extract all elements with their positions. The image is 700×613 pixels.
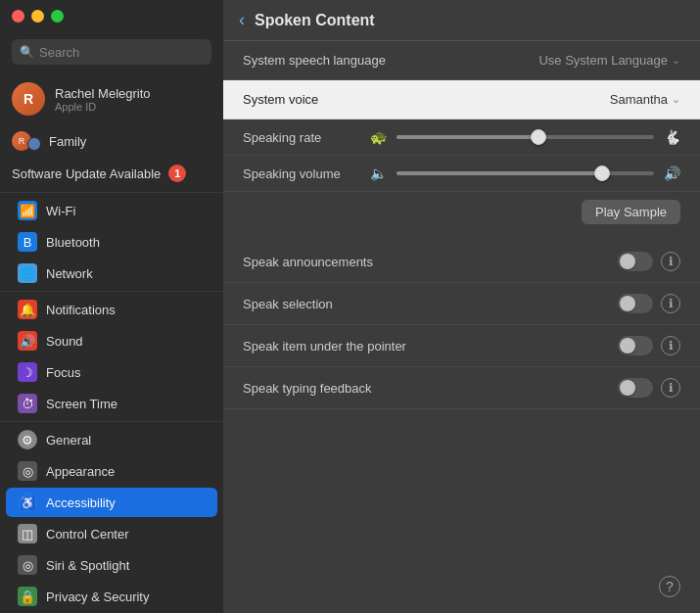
sidebar-item-focus[interactable]: ☽ Focus xyxy=(6,357,217,387)
toggle-knob xyxy=(620,338,635,354)
family-label: Family xyxy=(49,134,86,149)
update-badge: 1 xyxy=(168,165,186,182)
system-voice-label: System voice xyxy=(243,92,610,107)
sidebar-item-privacy-security[interactable]: 🔒 Privacy & Security xyxy=(6,582,217,611)
sidebar-item-general[interactable]: ⚙ General xyxy=(6,425,217,454)
close-button[interactable] xyxy=(12,10,24,23)
sidebar-item-appearance[interactable]: ◎ Appearance xyxy=(6,456,217,486)
accessibility-icon: ♿ xyxy=(18,493,37,512)
sidebar-item-network[interactable]: 🌐 Network xyxy=(6,259,217,288)
system-speech-language-row: System speech language Use System Langua… xyxy=(223,41,700,80)
speak-selection-info-button[interactable]: ℹ xyxy=(661,294,680,313)
sidebar-item-bluetooth[interactable]: B Bluetooth xyxy=(6,227,217,257)
speak-announcements-info-button[interactable]: ℹ xyxy=(661,252,680,271)
bluetooth-icon: B xyxy=(18,232,37,252)
page-title: Spoken Content xyxy=(255,12,375,29)
sidebar-item-label: Focus xyxy=(46,365,80,380)
wifi-icon: 📶 xyxy=(18,201,37,220)
play-sample-section: Play Sample xyxy=(223,192,700,236)
sidebar-item-control-center[interactable]: ◫ Control Center xyxy=(6,519,217,548)
fast-speech-icon: 🐇 xyxy=(664,129,680,145)
sound-icon: 🔊 xyxy=(18,331,37,351)
sidebar-item-label: Privacy & Security xyxy=(46,589,149,604)
sidebar-item-label: Screen Time xyxy=(46,397,117,411)
family-avatar-small xyxy=(27,137,41,151)
system-speech-language-value[interactable]: Use System Language ⌄ xyxy=(538,53,680,68)
sidebar-item-sound[interactable]: 🔊 Sound xyxy=(6,326,217,355)
speak-announcements-row: Speak announcements ℹ xyxy=(223,241,700,283)
speak-announcements-toggle[interactable] xyxy=(618,252,653,271)
sidebar-item-label: Appearance xyxy=(46,464,115,479)
speaking-rate-label: Speaking rate xyxy=(243,130,360,145)
speaking-rate-slider[interactable] xyxy=(397,135,654,139)
speaking-rate-fill xyxy=(397,135,538,139)
speak-item-under-pointer-label: Speak item under the pointer xyxy=(243,339,618,354)
main-content: ‹ Spoken Content System speech language … xyxy=(223,0,700,613)
help-button[interactable]: ? xyxy=(659,576,680,597)
speak-item-under-pointer-toggle[interactable] xyxy=(618,336,653,355)
sidebar-item-label: Accessibility xyxy=(46,495,116,510)
sidebar-item-label: Network xyxy=(46,266,93,281)
speak-typing-feedback-info-button[interactable]: ℹ xyxy=(661,378,680,398)
speaking-volume-label: Speaking volume xyxy=(243,166,360,181)
speak-announcements-controls: ℹ xyxy=(618,252,680,271)
content-divider xyxy=(223,238,700,239)
sidebar-item-label: Control Center xyxy=(46,527,129,542)
speak-selection-toggle[interactable] xyxy=(618,294,653,313)
sidebar-item-family[interactable]: R Family xyxy=(0,127,223,155)
speak-item-under-pointer-controls: ℹ xyxy=(618,336,680,355)
user-sub: Apple ID xyxy=(55,101,151,113)
content-area: System speech language Use System Langua… xyxy=(223,41,700,613)
user-name: Rachel Melegrito xyxy=(55,86,151,101)
search-input[interactable]: Search xyxy=(39,45,79,60)
play-sample-button[interactable]: Play Sample xyxy=(582,200,680,224)
minimize-button[interactable] xyxy=(31,10,44,23)
sidebar-item-label: General xyxy=(46,433,91,448)
toggle-knob xyxy=(620,296,635,311)
sidebar-divider-1 xyxy=(0,192,223,193)
chevron-up-down-icon: ⌄ xyxy=(672,54,680,67)
siri-icon: ◎ xyxy=(18,555,37,575)
speaking-volume-thumb[interactable] xyxy=(594,165,610,181)
sidebar-divider-3 xyxy=(0,421,223,422)
sidebar-item-label: Bluetooth xyxy=(46,235,100,250)
speak-announcements-label: Speak announcements xyxy=(243,255,618,269)
sidebar-item-wifi[interactable]: 📶 Wi-Fi xyxy=(6,196,217,225)
fullscreen-button[interactable] xyxy=(51,10,64,23)
speak-item-under-pointer-info-button[interactable]: ℹ xyxy=(661,336,680,355)
toggle-knob xyxy=(620,380,635,396)
software-update-section[interactable]: Software Update Available 1 xyxy=(0,161,223,190)
user-section[interactable]: R Rachel Melegrito Apple ID xyxy=(0,76,223,121)
speaking-rate-row: Speaking rate 🐢 🐇 xyxy=(223,119,700,156)
speak-selection-controls: ℹ xyxy=(618,294,680,313)
speak-typing-feedback-label: Speak typing feedback xyxy=(243,381,618,396)
chevron-up-down-icon: ⌄ xyxy=(672,93,680,106)
speaking-volume-fill xyxy=(397,171,602,175)
control-center-icon: ◫ xyxy=(18,524,37,543)
search-icon: 🔍 xyxy=(20,45,34,59)
sidebar-item-screen-time[interactable]: ⏱ Screen Time xyxy=(6,389,217,418)
general-icon: ⚙ xyxy=(18,430,37,449)
network-icon: 🌐 xyxy=(18,263,37,283)
speaking-rate-thumb[interactable] xyxy=(531,129,546,145)
system-voice-value[interactable]: Samantha ⌄ xyxy=(610,92,680,107)
sidebar-item-siri-spotlight[interactable]: ◎ Siri & Spotlight xyxy=(6,550,217,580)
top-bar: ‹ Spoken Content xyxy=(223,0,700,41)
speak-selection-row: Speak selection ℹ xyxy=(223,283,700,325)
system-speech-language-label: System speech language xyxy=(243,53,538,68)
sidebar-item-accessibility[interactable]: ♿ Accessibility xyxy=(6,488,217,517)
system-voice-row: System voice Samantha ⌄ xyxy=(223,80,700,119)
notifications-icon: 🔔 xyxy=(18,300,37,319)
toggle-knob xyxy=(620,254,635,269)
back-button[interactable]: ‹ xyxy=(239,10,245,30)
speak-selection-label: Speak selection xyxy=(243,297,618,311)
appearance-icon: ◎ xyxy=(18,461,37,481)
system-voice-value-text: Samantha xyxy=(610,92,668,107)
search-box[interactable]: 🔍 Search xyxy=(12,39,211,65)
sidebar-item-label: Siri & Spotlight xyxy=(46,558,129,573)
focus-icon: ☽ xyxy=(18,362,37,382)
system-speech-language-value-text: Use System Language xyxy=(538,53,668,68)
speak-typing-feedback-toggle[interactable] xyxy=(618,378,653,398)
speaking-volume-slider[interactable] xyxy=(397,171,654,175)
sidebar-item-notifications[interactable]: 🔔 Notifications xyxy=(6,295,217,324)
